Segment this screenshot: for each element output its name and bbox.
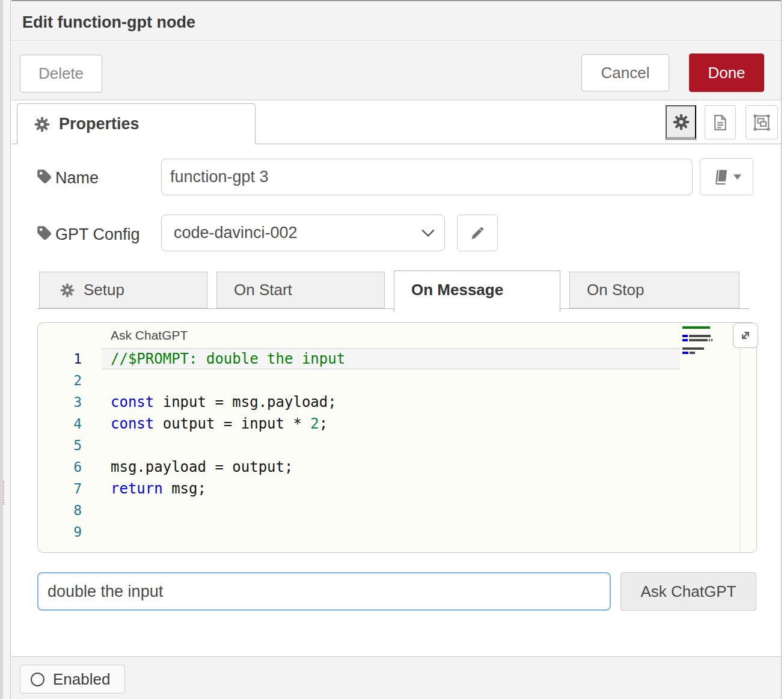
tab-setup-label: Setup [84, 281, 124, 299]
line-number: 2 [38, 370, 82, 391]
code-line[interactable] [111, 499, 345, 521]
code-line[interactable]: //$PROMPT: double the input [111, 348, 345, 370]
tab-properties-label: Properties [59, 115, 139, 133]
gear-icon [672, 113, 690, 131]
tab-on-start-label: On Start [234, 281, 292, 299]
book-icon [712, 169, 729, 185]
caret-down-icon [733, 174, 741, 180]
gpt-config-label: GPT Config [55, 225, 140, 244]
expand-icon [738, 328, 753, 343]
group-selection-icon [752, 113, 771, 132]
tab-on-message-label: On Message [411, 281, 503, 299]
line-number: 3 [38, 391, 82, 413]
code-line[interactable] [111, 370, 345, 391]
node-description-button[interactable] [705, 105, 736, 139]
editor-minimap[interactable] [682, 326, 720, 364]
code-line[interactable]: msg.payload = output; [111, 456, 345, 478]
chevron-down-icon [420, 228, 436, 239]
dialog-footer [11, 656, 782, 699]
done-button[interactable]: Done [689, 53, 764, 92]
delete-button[interactable]: Delete [20, 55, 102, 93]
node-settings-button[interactable] [666, 105, 696, 140]
code-line[interactable] [111, 435, 345, 456]
tab-on-stop-label: On Stop [587, 281, 644, 299]
name-input[interactable] [161, 159, 693, 195]
dialog-title: Edit function-gpt node [22, 13, 195, 32]
code-line[interactable] [111, 521, 345, 543]
line-number: 1 [38, 348, 82, 370]
tag-icon [36, 225, 52, 241]
line-number: 4 [38, 413, 82, 435]
workspace-edge-gutter [3, 0, 11, 699]
enabled-label: Enabled [53, 670, 110, 689]
code-editor[interactable]: Ask ChatGPT 123456789 //$PROMPT: double … [37, 322, 757, 553]
tab-on-message[interactable]: On Message [394, 270, 560, 313]
enabled-toggle-button[interactable]: Enabled [20, 665, 125, 694]
tab-setup[interactable]: Setup [39, 272, 207, 308]
dialog-right-border [781, 0, 782, 699]
line-number: 6 [38, 456, 82, 478]
code-line[interactable]: return msg; [111, 478, 345, 499]
edit-config-button[interactable] [457, 215, 498, 251]
line-number: 9 [38, 521, 82, 543]
line-number: 8 [38, 499, 82, 521]
prompt-input[interactable] [37, 572, 611, 611]
document-icon [711, 114, 729, 132]
line-number: 5 [38, 435, 82, 456]
code-line[interactable]: const output = input * 2; [111, 413, 345, 435]
gear-icon [60, 282, 75, 298]
editor-code[interactable]: //$PROMPT: double the inputconst input =… [111, 348, 345, 543]
expand-editor-button[interactable] [733, 323, 758, 348]
gpt-config-select[interactable]: code-davinci-002 [161, 215, 445, 251]
workspace-grid-fragment [3, 481, 4, 505]
gear-icon [34, 116, 51, 133]
code-line[interactable]: const input = msg.payload; [111, 391, 345, 413]
divider [740, 323, 740, 552]
line-number: 7 [38, 478, 82, 499]
node-appearance-button[interactable] [746, 105, 778, 139]
cancel-button[interactable]: Cancel [581, 54, 669, 91]
tag-icon [36, 168, 52, 185]
name-label: Name [55, 169, 99, 188]
enabled-circle-icon [31, 673, 44, 686]
codelens-ask-chatgpt[interactable]: Ask ChatGPT [111, 328, 188, 343]
ask-chatgpt-button[interactable]: Ask ChatGPT [620, 572, 756, 611]
pencil-icon [470, 225, 486, 241]
tab-on-stop[interactable]: On Stop [569, 272, 740, 308]
edit-node-dialog: Edit function-gpt node Delete Cancel Don… [0, 0, 784, 699]
name-type-button[interactable] [700, 158, 753, 195]
tab-on-start[interactable]: On Start [216, 272, 385, 308]
tab-properties[interactable]: Properties [17, 103, 256, 144]
editor-gutter: 123456789 [38, 348, 82, 543]
gpt-config-selected-value: code-davinci-002 [174, 224, 420, 242]
